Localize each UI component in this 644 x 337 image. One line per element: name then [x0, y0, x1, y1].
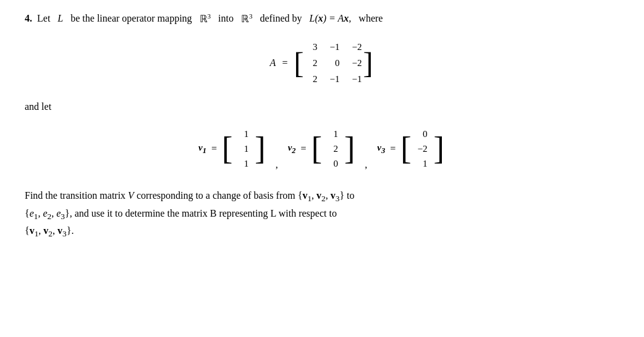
v3-values: 0 −2 1 [417, 125, 429, 173]
comma-1: , [276, 159, 278, 173]
cell-2-3: −2 [349, 56, 362, 70]
cell-1-1: 3 [305, 40, 317, 54]
v1-right-bracket: ] [255, 133, 265, 165]
A-label: A [270, 57, 276, 69]
L-label: L [57, 13, 63, 24]
cell-1-2: −1 [327, 40, 339, 54]
and-let-text: and let [25, 101, 618, 112]
R3-codomain: ℝ3 [241, 12, 253, 25]
vector-v3: v3 = [ 0 −2 1 ] [377, 125, 444, 173]
v2-equals: = [301, 143, 307, 154]
cell-3-1: 2 [305, 72, 317, 86]
problem-statement-line: 4. Let L be the linear operator mapping … [25, 12, 618, 25]
matrix-col-1: 3 2 2 [305, 40, 317, 86]
vectors-section: v1 = [ 1 1 1 ] , v2 = [ 1 2 0 [25, 125, 618, 173]
v1-val-1: 1 [239, 127, 248, 141]
matrix-A-bracket: 3 2 2 −1 0 −1 −2 −2 −1 [294, 37, 373, 89]
left-bracket [294, 37, 303, 89]
v2-left-bracket: [ [311, 133, 322, 165]
defined-text: defined by [260, 13, 302, 24]
right-bracket [363, 37, 373, 89]
v2-values: 1 2 0 [327, 125, 339, 173]
cell-1-3: −2 [349, 40, 362, 54]
v1-equals: = [211, 143, 217, 154]
v3-val-3: 1 [418, 157, 428, 170]
intro-text: Let [37, 13, 50, 24]
v2-right-bracket: ] [344, 133, 355, 165]
cell-3-3: −1 [349, 72, 362, 86]
v2-label: v2 [288, 143, 296, 156]
v2-val-1: 1 [328, 127, 338, 141]
v1-values: 1 1 1 [237, 125, 250, 173]
v3-val-1: 0 [418, 127, 428, 141]
v3-left-bracket: [ [400, 133, 411, 165]
v3-right-bracket: ] [434, 133, 444, 165]
vectors-row: v1 = [ 1 1 1 ] , v2 = [ 1 2 0 [198, 125, 444, 173]
problem-container: 4. Let L be the linear operator mapping … [25, 12, 618, 241]
where-text: where [358, 13, 383, 24]
matrix-col-2: −1 0 −1 [327, 40, 339, 86]
cell-2-1: 2 [305, 56, 317, 70]
v1-val-2: 1 [239, 142, 248, 156]
find-text-block: Find the transition matrix V correspondi… [25, 188, 618, 241]
v2-val-3: 0 [328, 157, 338, 170]
into-text: into [218, 13, 234, 24]
v1-left-bracket: [ [222, 133, 232, 165]
matrix-col-3: −2 −2 −1 [349, 40, 362, 86]
formula: L(x) = Ax, [309, 13, 351, 24]
v3-equals: = [390, 143, 396, 154]
v3-val-2: −2 [418, 142, 428, 156]
matrix-A-equation: A = 3 2 2 −1 0 −1 −2 [270, 37, 373, 89]
matrix-A-section: A = 3 2 2 −1 0 −1 −2 [25, 37, 618, 89]
find-sentence-3: {v1, v2, v3}. [25, 225, 74, 236]
equals-sign: = [282, 57, 287, 69]
vector-v2: v2 = [ 1 2 0 ] [288, 125, 355, 173]
R3-domain: ℝ3 [200, 12, 211, 25]
comma-2: , [365, 159, 367, 173]
v1-label: v1 [198, 143, 206, 156]
v1-val-3: 1 [239, 157, 248, 170]
be-text: be the linear operator mapping [70, 13, 192, 24]
matrix-A-values: 3 2 2 −1 0 −1 −2 −2 −1 [303, 37, 363, 89]
v3-label: v3 [377, 143, 385, 156]
find-sentence-2: {e1, e2, e3}, and use it to determine th… [25, 208, 337, 218]
cell-3-2: −1 [327, 72, 339, 86]
cell-2-2: 0 [327, 56, 339, 70]
vector-v1: v1 = [ 1 1 1 ] [198, 125, 266, 173]
find-sentence-1: Find the transition matrix V correspondi… [25, 190, 355, 201]
problem-number: 4. [25, 13, 32, 24]
v2-val-2: 2 [328, 142, 338, 156]
